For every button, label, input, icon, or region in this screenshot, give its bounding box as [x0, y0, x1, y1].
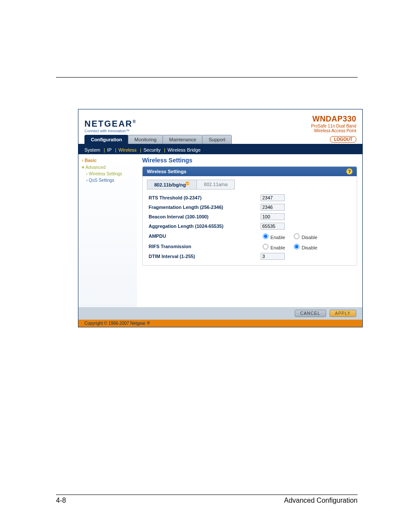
agg-label: Aggregation Length (1024-65535): [147, 221, 259, 231]
subnav-bar: System| IP| Wireless| Security| Wireless…: [78, 146, 362, 154]
brand-logo: NETGEAR®: [84, 119, 137, 129]
rts-label: RTS Threshold (0-2347): [147, 193, 259, 202]
tab-monitoring[interactable]: Monitoring: [128, 135, 163, 144]
frag-input[interactable]: [261, 204, 285, 211]
cancel-button[interactable]: CANCEL: [295, 310, 326, 317]
footer-bar: CANCEL APPLY: [78, 307, 362, 320]
tab-configuration[interactable]: Configuration: [84, 135, 128, 144]
logout-button[interactable]: LOGOUT: [330, 136, 356, 143]
tab-support[interactable]: Support: [202, 135, 232, 144]
beacon-label: Beacon Interval (100-1000): [147, 212, 259, 221]
tab-80211bgn[interactable]: 802.11b/bg/ng📶: [147, 180, 197, 190]
sidebar-basic[interactable]: › Basic: [82, 157, 134, 164]
band-tabs: 802.11b/bg/ng📶 802.11a/na: [147, 180, 352, 190]
rts-input[interactable]: [261, 194, 285, 201]
tab-80211ana[interactable]: 802.11a/na: [196, 180, 235, 190]
dtim-label: DTIM Interval (1-255): [147, 252, 259, 261]
subnav-security[interactable]: Security: [143, 147, 161, 152]
tab-maintenance[interactable]: Maintenance: [162, 135, 202, 144]
main-tab-bar: Configuration Monitoring Maintenance Sup…: [78, 135, 362, 146]
content: Wireless Settings Wireless Settings ? 80…: [137, 154, 362, 307]
rifs-enable-radio[interactable]: [263, 244, 268, 249]
panel-title: Wireless Settings: [147, 169, 187, 174]
sidebar-advanced[interactable]: ▾ Advanced: [82, 164, 134, 171]
product-line1: ProSafe 11n Dual Band: [311, 124, 356, 128]
ampdu-disable-label: Disable: [302, 235, 318, 240]
product-model: WNDAP330: [311, 115, 356, 124]
ampdu-enable-label: Enable: [271, 235, 285, 240]
subnav-system[interactable]: System: [84, 147, 100, 152]
panel-header: Wireless Settings ?: [143, 167, 357, 176]
sidebar: › Basic ▾ Advanced › Wireless Settings ›…: [78, 154, 137, 307]
subnav-ip[interactable]: IP: [107, 147, 112, 152]
page-section: Advanced Configuration: [284, 497, 358, 504]
brand-tagline: Connect with Innovation™: [84, 129, 137, 133]
rifs-disable-radio[interactable]: [294, 244, 299, 249]
dtim-input[interactable]: [261, 253, 285, 260]
page-title: Wireless Settings: [142, 157, 357, 164]
beacon-input[interactable]: [261, 213, 285, 220]
settings-table: RTS Threshold (0-2347) Fragmentation Len…: [147, 193, 352, 261]
rifs-enable-label: Enable: [271, 245, 285, 250]
ampdu-label: AMPDU: [147, 231, 259, 241]
header: NETGEAR® Connect with Innovation™ WNDAP3…: [78, 109, 362, 135]
rifs-label: RIFS Transmission: [147, 241, 259, 252]
product-block: WNDAP330 ProSafe 11n Dual Band Wireless …: [311, 115, 356, 133]
copyright: Copyright © 1996-2007 Netgear ®: [78, 320, 362, 327]
page-number: 4-8: [56, 497, 66, 504]
subnav-wireless[interactable]: Wireless: [118, 147, 137, 152]
antenna-icon: 📶: [186, 182, 190, 185]
ampdu-enable-radio[interactable]: [263, 233, 268, 239]
frag-label: Fragmentation Length (256-2346): [147, 202, 259, 212]
rifs-disable-label: Disable: [302, 245, 318, 250]
agg-input[interactable]: [261, 223, 285, 230]
subnav-wbridge[interactable]: Wireless Bridge: [168, 147, 201, 152]
page-footer: 4-8 Advanced Configuration: [56, 495, 358, 504]
help-icon[interactable]: ?: [346, 168, 352, 174]
brand-block: NETGEAR® Connect with Innovation™: [84, 119, 137, 133]
sidebar-wireless-settings[interactable]: › Wireless Settings: [82, 171, 134, 177]
apply-button[interactable]: APPLY: [330, 310, 357, 317]
router-admin-window: NETGEAR® Connect with Innovation™ WNDAP3…: [78, 109, 363, 327]
ampdu-disable-radio[interactable]: [294, 233, 299, 239]
page-header-rule: [56, 77, 358, 78]
product-line2: Wireless Access Point: [311, 128, 356, 133]
wireless-settings-panel: Wireless Settings ? 802.11b/bg/ng📶 802.1…: [142, 166, 357, 266]
sidebar-qos-settings[interactable]: › QoS Settings: [82, 177, 134, 184]
body-area: › Basic ▾ Advanced › Wireless Settings ›…: [78, 154, 362, 307]
